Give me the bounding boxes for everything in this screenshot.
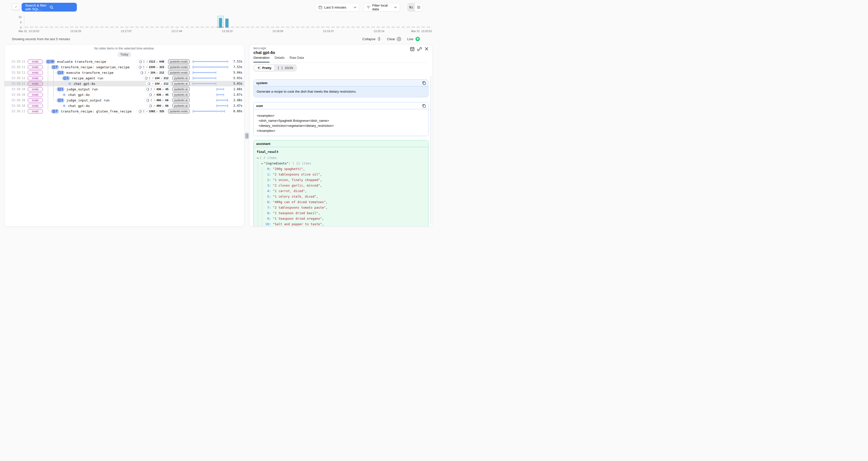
- environment-badge[interactable]: evals: [28, 98, 43, 102]
- minus-square-icon: [47, 60, 50, 63]
- list-view-button[interactable]: [415, 3, 422, 11]
- environment-badge[interactable]: evals: [28, 109, 43, 114]
- output-tokens-arrow-icon: ↙: [156, 66, 158, 68]
- trace-row[interactable]: 13:18:11evals2execute transform_recipeΣ↗…: [4, 70, 244, 75]
- duration-bar-track: [193, 81, 228, 86]
- environment-badge[interactable]: evals: [28, 76, 43, 80]
- badge-cell: evals: [28, 87, 43, 91]
- output-tokens-count: 323: [159, 65, 164, 68]
- json-root-line[interactable]: { 2 items: [257, 155, 425, 161]
- scope-tag[interactable]: pydantic-evals: [168, 59, 190, 64]
- collapse-node-button[interactable]: 1: [57, 98, 64, 102]
- scope-tag[interactable]: pydantic-ai: [172, 76, 190, 80]
- filter-local-data-dropdown[interactable]: Filter local data: [364, 3, 400, 11]
- row-timestamp: 13:18:11: [11, 82, 25, 85]
- trace-rows: 13:18:11evals16evaluate transform_recipe…: [4, 59, 244, 114]
- tree-guide-line: [48, 86, 48, 92]
- caret-down-icon[interactable]: [261, 161, 264, 166]
- trace-row[interactable]: 13:18:16evals1judge_output runΣ↗436↙45py…: [4, 86, 244, 92]
- collapse-button[interactable]: Collapse: [362, 37, 381, 41]
- trace-row[interactable]: 13:18:16evalschat gpt-4o↗490↙66pydantic-…: [4, 103, 244, 109]
- duration-bar-track: [193, 103, 228, 109]
- clear-button[interactable]: Clear: [387, 37, 401, 41]
- caret-down-icon[interactable]: [257, 155, 260, 161]
- input-tokens-count: 104: [155, 82, 159, 85]
- token-usage-pill: Σ↗104↙212: [143, 76, 170, 80]
- dock-panel-icon[interactable]: [410, 47, 414, 51]
- copy-icon[interactable]: [422, 81, 426, 85]
- tree-corner-connector: [59, 92, 62, 95]
- detail-scrollbar[interactable]: [431, 76, 431, 224]
- close-icon[interactable]: [425, 47, 429, 51]
- item-index: 5: [265, 194, 269, 199]
- expand-node-button[interactable]: 7: [51, 109, 59, 114]
- copy-icon[interactable]: [422, 104, 426, 108]
- time-range-label: Last 5 minutes: [324, 5, 352, 9]
- json-array-item: 10: "Salt and pepper to taste",: [257, 221, 425, 227]
- environment-badge[interactable]: evals: [28, 87, 43, 91]
- tree-guide-line: [48, 64, 48, 70]
- tab-details[interactable]: Details: [275, 56, 285, 62]
- token-coin-icon: [149, 93, 152, 96]
- histogram-bar[interactable]: [225, 19, 228, 28]
- trace-row[interactable]: 13:18:11evals7transform_recipe: vegetari…: [4, 64, 244, 70]
- scope-tag[interactable]: pydantic-ai: [172, 103, 190, 108]
- json-mode-button[interactable]: { } JSON: [275, 65, 296, 71]
- input-tokens-count: 490: [156, 104, 161, 107]
- tab-raw-data[interactable]: Raw Data: [289, 56, 304, 62]
- live-toggle-button[interactable]: Live: [407, 36, 420, 41]
- environment-badge[interactable]: evals: [28, 65, 43, 69]
- trace-row[interactable]: 13:18:16evals1judge_input_output runΣ↗49…: [4, 97, 244, 103]
- collapse-node-button[interactable]: 7: [51, 65, 59, 69]
- item-index: 3: [265, 183, 269, 188]
- item-index: 6: [265, 199, 269, 205]
- x-axis-tick-label: 13:18:22: [222, 30, 233, 33]
- tree-guide-line: [53, 75, 54, 81]
- y-axis-tick: [23, 22, 24, 23]
- token-coin-icon: [139, 60, 142, 63]
- collapse-node-button[interactable]: 1: [57, 87, 64, 91]
- final-result-json-tree: { 2 items"ingredients": [ 12 items0: "20…: [257, 155, 425, 227]
- trace-row[interactable]: 13:18:11evals7transform_recipe: gluten_f…: [4, 109, 244, 114]
- json-array-item: 5: "1 celery stalk, diced",: [257, 194, 425, 199]
- live-indicator-icon: [415, 36, 420, 41]
- json-array-item: 3: "2 cloves garlic, minced",: [257, 183, 425, 188]
- pretty-mode-button[interactable]: Pretty: [254, 65, 275, 71]
- collapse-node-button[interactable]: 1: [62, 76, 70, 80]
- trace-row[interactable]: 13:18:11evalschat gpt-4o↗104↙212pydantic…: [4, 81, 244, 86]
- scope-tag[interactable]: pydantic-ai: [172, 98, 190, 102]
- collapse-node-button[interactable]: 2: [57, 70, 64, 75]
- collapse-node-button[interactable]: 16: [46, 60, 55, 64]
- trace-row[interactable]: 13:18:16evalschat gpt-4o↗436↙45pydantic-…: [4, 92, 244, 97]
- tree-guide-line: [53, 70, 54, 75]
- time-range-dropdown[interactable]: Last 5 minutes: [315, 3, 360, 11]
- environment-badge[interactable]: evals: [28, 104, 43, 108]
- scope-tag[interactable]: pydantic-ai: [172, 87, 190, 91]
- y-axis-tick: [23, 28, 24, 28]
- slash-shortcut-key[interactable]: /: [12, 3, 20, 10]
- trace-row[interactable]: 13:18:11evals1recipe_agent runΣ↗104↙212p…: [4, 75, 244, 81]
- duration-bar: [193, 72, 216, 73]
- token-usage-pill: ↗104↙212: [146, 81, 170, 86]
- x-axis-tick-label: 13:19:37: [323, 30, 334, 33]
- json-ingredients-line[interactable]: "ingredients": [ 12 items: [257, 161, 425, 166]
- tab-generation[interactable]: Generation: [253, 56, 270, 63]
- scope-tag[interactable]: pydantic-evals: [168, 109, 190, 114]
- tree-view-button[interactable]: [408, 3, 415, 11]
- scope-tag[interactable]: pydantic-ai: [172, 92, 190, 97]
- environment-badge[interactable]: evals: [28, 93, 43, 97]
- environment-badge[interactable]: evals: [28, 82, 43, 86]
- environment-badge[interactable]: evals: [28, 60, 43, 64]
- search-input[interactable]: Search & filter with SQL...: [22, 3, 77, 11]
- environment-badge[interactable]: evals: [28, 70, 43, 75]
- link-icon[interactable]: [417, 47, 422, 51]
- search-placeholder: Search & filter with SQL...: [25, 3, 50, 11]
- badge-cell: evals: [28, 76, 43, 80]
- child-count: 1: [67, 76, 68, 80]
- scope-tag[interactable]: pydantic-ai: [172, 81, 190, 86]
- trace-row[interactable]: 13:18:11evals16evaluate transform_recipe…: [4, 59, 244, 64]
- panel-resize-grip[interactable]: [245, 132, 249, 139]
- scope-tag[interactable]: pydantic-evals: [168, 70, 190, 75]
- scope-tag[interactable]: pydantic-evals: [168, 65, 190, 69]
- filter-lines-icon: [367, 6, 370, 9]
